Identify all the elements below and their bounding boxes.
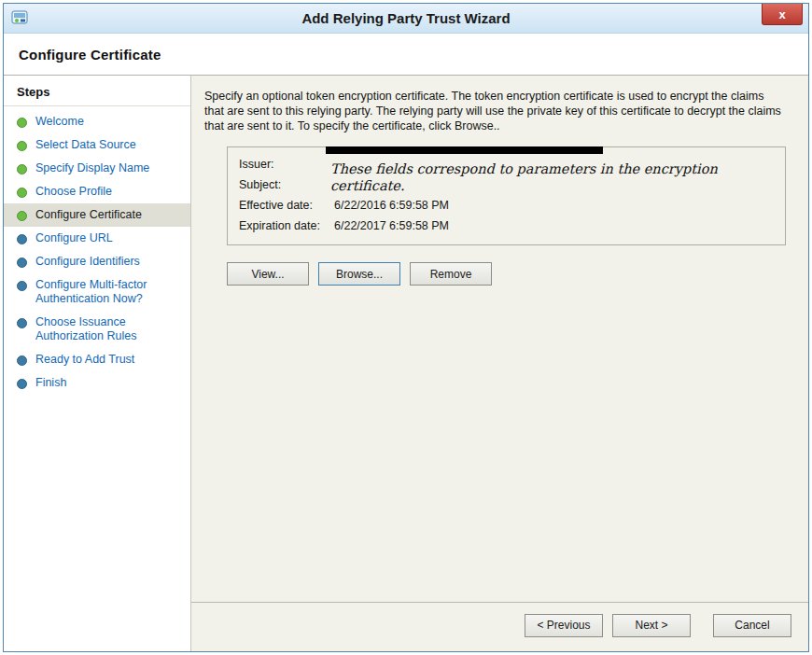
redaction-bar bbox=[326, 146, 603, 154]
field-label: Expiration date: bbox=[239, 218, 334, 233]
step-done-icon bbox=[17, 164, 27, 174]
step-select-data-source[interactable]: Select Data Source bbox=[4, 133, 190, 157]
field-label: Effective date: bbox=[239, 198, 334, 213]
field-label: Subject: bbox=[239, 177, 334, 192]
step-done-icon bbox=[17, 118, 27, 128]
field-value: 6/22/2017 6:59:58 PM bbox=[334, 218, 774, 233]
next-button[interactable]: Next > bbox=[612, 614, 691, 637]
step-todo-icon bbox=[17, 234, 27, 244]
certificate-actions: View... Browse... Remove bbox=[227, 262, 786, 286]
heading-bar: Configure Certificate bbox=[4, 34, 808, 76]
step-todo-icon bbox=[17, 281, 27, 291]
window-title: Add Relying Party Trust Wizard bbox=[4, 4, 808, 33]
browse-button[interactable]: Browse... bbox=[318, 262, 400, 286]
description-text: Specify an optional token encryption cer… bbox=[204, 89, 786, 133]
previous-button[interactable]: < Previous bbox=[525, 614, 603, 637]
step-finish[interactable]: Finish bbox=[4, 371, 190, 395]
step-done-icon bbox=[17, 188, 27, 198]
step-configure-identifiers[interactable]: Configure Identifiers bbox=[4, 250, 190, 273]
step-current-icon bbox=[17, 211, 27, 221]
step-todo-icon bbox=[17, 379, 27, 389]
step-configure-mfa[interactable]: Configure Multi-factor Authentication No… bbox=[4, 273, 190, 311]
field-effective-date: Effective date: 6/22/2016 6:59:58 PM bbox=[239, 198, 774, 213]
step-todo-icon bbox=[17, 258, 27, 268]
certificate-box: These fields correspond to parameters in… bbox=[227, 146, 786, 245]
step-choose-profile[interactable]: Choose Profile bbox=[4, 180, 190, 203]
field-expiration-date: Expiration date: 6/22/2017 6:59:58 PM bbox=[239, 218, 774, 233]
step-configure-certificate[interactable]: Configure Certificate bbox=[4, 203, 190, 227]
main-content: Specify an optional token encryption cer… bbox=[191, 76, 808, 651]
step-configure-url[interactable]: Configure URL bbox=[4, 227, 190, 250]
wizard-footer: < Previous Next > Cancel bbox=[191, 602, 808, 651]
steps-list: Welcome Select Data Source Specify Displ… bbox=[4, 110, 190, 395]
steps-header: Steps bbox=[4, 76, 190, 106]
titlebar[interactable]: Add Relying Party Trust Wizard x bbox=[4, 4, 808, 34]
remove-button[interactable]: Remove bbox=[410, 262, 492, 286]
cancel-button[interactable]: Cancel bbox=[713, 614, 791, 637]
step-todo-icon bbox=[17, 318, 27, 328]
steps-sidebar: Steps Welcome Select Data Source Specify… bbox=[4, 76, 191, 651]
step-done-icon bbox=[17, 141, 27, 151]
field-label: Issuer: bbox=[239, 157, 334, 172]
view-button[interactable]: View... bbox=[227, 262, 309, 286]
field-value: 6/22/2016 6:59:58 PM bbox=[334, 198, 774, 213]
step-welcome[interactable]: Welcome bbox=[4, 110, 190, 133]
step-ready-to-add-trust[interactable]: Ready to Add Trust bbox=[4, 348, 190, 371]
page-title: Configure Certificate bbox=[19, 47, 161, 63]
step-todo-icon bbox=[17, 355, 27, 366]
step-choose-issuance-rules[interactable]: Choose Issuance Authorization Rules bbox=[4, 311, 190, 348]
close-button[interactable]: x bbox=[762, 4, 803, 25]
wizard-window: Add Relying Party Trust Wizard x Configu… bbox=[3, 3, 809, 652]
annotation-text: These fields correspond to parameters in… bbox=[330, 160, 772, 194]
step-specify-display-name[interactable]: Specify Display Name bbox=[4, 157, 190, 180]
